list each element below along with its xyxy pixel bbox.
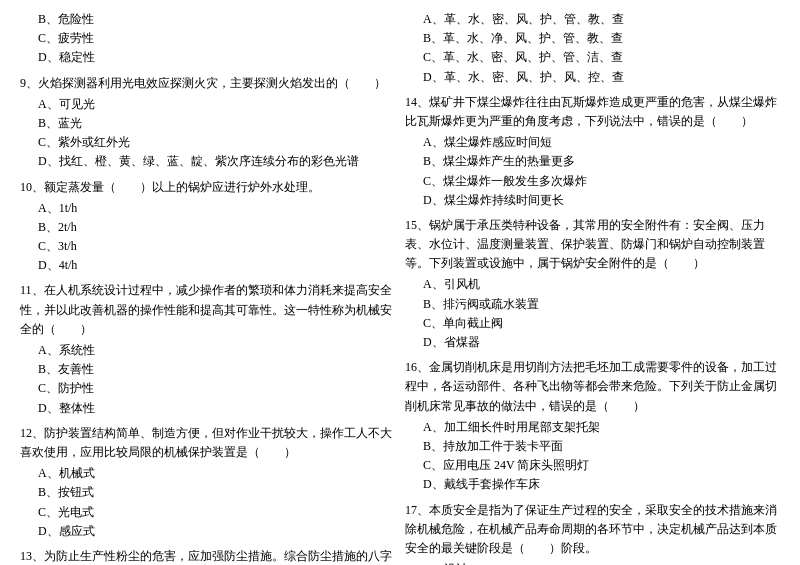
left-column: B、危险性 C、疲劳性 D、稳定性 9、火焰探测器利用光电效应探测火灾，主要探测…: [20, 10, 395, 565]
q13-right-options: A、革、水、密、风、护、管、教、查 B、革、水、净、风、护、管、教、查 C、革、…: [405, 10, 780, 87]
question-16: 16、金属切削机床是用切削方法把毛坯加工成需要零件的设备，加工过程中，各运动部件…: [405, 358, 780, 494]
question-15-text: 15、锅炉属于承压类特种设备，其常用的安全附件有：安全阀、压力表、水位计、温度测…: [405, 216, 780, 274]
question-12: 12、防护装置结构简单、制造方便，但对作业干扰较大，操作工人不大喜欢使用，应用比…: [20, 424, 395, 541]
q16-option-c: C、应用电压 24V 简床头照明灯: [405, 456, 780, 475]
question-11: 11、在人机系统设计过程中，减少操作者的繁琐和体力消耗来提高安全性，并以此改善机…: [20, 281, 395, 417]
q13-option-a: A、革、水、密、风、护、管、教、查: [405, 10, 780, 29]
question-13: 13、为防止生产性粉尘的危害，应加强防尘措施。综合防尘措施的八字方针是（ ）: [20, 547, 395, 565]
q14-option-b: B、煤尘爆炸产生的热量更多: [405, 152, 780, 171]
question-17: 17、本质安全是指为了保证生产过程的安全，采取安全的技术措施来消除机械危险，在机…: [405, 501, 780, 566]
q12-option-a: A、机械式: [20, 464, 395, 483]
q11-option-d: D、整体性: [20, 399, 395, 418]
question-10: 10、额定蒸发量（ ）以上的锅炉应进行炉外水处理。 A、1t/h B、2t/h …: [20, 178, 395, 276]
q13-option-c: C、革、水、密、风、护、管、洁、查: [405, 48, 780, 67]
q10-option-d: D、4t/h: [20, 256, 395, 275]
question-15: 15、锅炉属于承压类特种设备，其常用的安全附件有：安全阀、压力表、水位计、温度测…: [405, 216, 780, 352]
option-c-fatigue: C、疲劳性: [20, 29, 395, 48]
q14-option-d: D、煤尘爆炸持续时间更长: [405, 191, 780, 210]
option-b-danger: B、危险性: [20, 10, 395, 29]
q10-option-c: C、3t/h: [20, 237, 395, 256]
question-16-text: 16、金属切削机床是用切削方法把毛坯加工成需要零件的设备，加工过程中，各运动部件…: [405, 358, 780, 416]
question-11-text: 11、在人机系统设计过程中，减少操作者的繁琐和体力消耗来提高安全性，并以此改善机…: [20, 281, 395, 339]
q11-option-c: C、防护性: [20, 379, 395, 398]
q9-option-d: D、找红、橙、黄、绿、蓝、靛、紫次序连续分布的彩色光谱: [20, 152, 395, 171]
q12-option-c: C、光电式: [20, 503, 395, 522]
question-9-text: 9、火焰探测器利用光电效应探测火灾，主要探测火焰发出的（ ）: [20, 74, 395, 93]
q16-option-d: D、戴线手套操作车床: [405, 475, 780, 494]
content-area: B、危险性 C、疲劳性 D、稳定性 9、火焰探测器利用光电效应探测火灾，主要探测…: [20, 10, 780, 565]
q16-option-a: A、加工细长件时用尾部支架托架: [405, 418, 780, 437]
q14-option-a: A、煤尘爆炸感应时间短: [405, 133, 780, 152]
question-13-text: 13、为防止生产性粉尘的危害，应加强防尘措施。综合防尘措施的八字方针是（ ）: [20, 547, 395, 565]
q17-option-a: A、设计: [405, 560, 780, 565]
question-9: 9、火焰探测器利用光电效应探测火灾，主要探测火焰发出的（ ） A、可见光 B、蓝…: [20, 74, 395, 172]
question-10-text: 10、额定蒸发量（ ）以上的锅炉应进行炉外水处理。: [20, 178, 395, 197]
q14-option-c: C、煤尘爆炸一般发生多次爆炸: [405, 172, 780, 191]
question-14: 14、煤矿井下煤尘爆炸往往由瓦斯爆炸造成更严重的危害，从煤尘爆炸比瓦斯爆炸更为严…: [405, 93, 780, 210]
q15-option-a: A、引风机: [405, 275, 780, 294]
page: B、危险性 C、疲劳性 D、稳定性 9、火焰探测器利用光电效应探测火灾，主要探测…: [20, 10, 780, 565]
q15-option-b: B、排污阀或疏水装置: [405, 295, 780, 314]
q9-option-a: A、可见光: [20, 95, 395, 114]
q12-option-d: D、感应式: [20, 522, 395, 541]
q11-option-a: A、系统性: [20, 341, 395, 360]
q15-option-d: D、省煤器: [405, 333, 780, 352]
option-d-stable: D、稳定性: [20, 48, 395, 67]
q12-option-b: B、按钮式: [20, 483, 395, 502]
q13-option-d: D、革、水、密、风、护、风、控、查: [405, 68, 780, 87]
question-17-text: 17、本质安全是指为了保证生产过程的安全，采取安全的技术措施来消除机械危险，在机…: [405, 501, 780, 559]
q13-option-b: B、革、水、净、风、护、管、教、查: [405, 29, 780, 48]
question-14-text: 14、煤矿井下煤尘爆炸往往由瓦斯爆炸造成更严重的危害，从煤尘爆炸比瓦斯爆炸更为严…: [405, 93, 780, 131]
q15-option-c: C、单向截止阀: [405, 314, 780, 333]
question-12-text: 12、防护装置结构简单、制造方便，但对作业干扰较大，操作工人不大喜欢使用，应用比…: [20, 424, 395, 462]
q16-option-b: B、持放加工件于装卡平面: [405, 437, 780, 456]
question-prev-options: B、危险性 C、疲劳性 D、稳定性: [20, 10, 395, 68]
q11-option-b: B、友善性: [20, 360, 395, 379]
q9-option-b: B、蓝光: [20, 114, 395, 133]
q10-option-b: B、2t/h: [20, 218, 395, 237]
q10-option-a: A、1t/h: [20, 199, 395, 218]
q9-option-c: C、紫外或红外光: [20, 133, 395, 152]
right-column: A、革、水、密、风、护、管、教、查 B、革、水、净、风、护、管、教、查 C、革、…: [405, 10, 780, 565]
